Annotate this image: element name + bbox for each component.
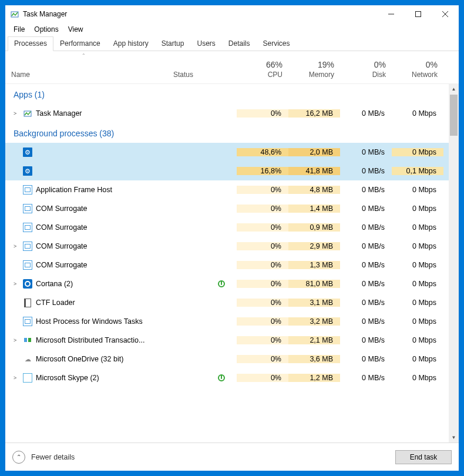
fewer-details-button[interactable]: ⌃ Fewer details xyxy=(12,451,75,464)
scroll-down-icon[interactable]: ▼ xyxy=(449,433,459,443)
net-cell: 0 Mbps xyxy=(392,336,443,344)
process-list: Apps (1)>Task Manager0%16,2 MB0 MB/s0 Mb… xyxy=(5,84,459,443)
tab-details[interactable]: Details xyxy=(222,36,257,51)
skype-icon xyxy=(23,373,32,383)
close-button[interactable] xyxy=(432,5,459,23)
gear-icon: ⚙ xyxy=(23,166,32,176)
mem-cell: 2,0 MB xyxy=(288,148,340,156)
chevron-up-icon: ⌃ xyxy=(12,451,25,464)
disk-cell: 0 MB/s xyxy=(340,167,392,175)
column-header-cpu[interactable]: 66%CPU xyxy=(237,56,288,83)
net-cell: 0 Mbps xyxy=(392,242,443,250)
disk-cell: 0 MB/s xyxy=(340,280,392,288)
process-name: COM Surrogate xyxy=(36,242,88,250)
column-header-memory[interactable]: 19%Memory xyxy=(288,56,340,83)
net-cell: 0,1 Mbps xyxy=(392,167,443,175)
net-cell: 0 Mbps xyxy=(392,186,443,194)
net-cell: 0 Mbps xyxy=(392,374,443,382)
column-header-disk[interactable]: 0%Disk xyxy=(340,56,392,83)
process-row[interactable]: >⚙48,6%2,0 MB0 MB/s0 Mbps xyxy=(5,143,459,162)
process-row[interactable]: >COM Surrogate0%2,9 MB0 MB/s0 Mbps xyxy=(5,237,459,256)
process-name: Host Process for Windows Tasks xyxy=(36,317,143,326)
process-row[interactable]: >Host Process for Windows Tasks0%3,2 MB0… xyxy=(5,312,459,331)
end-task-button[interactable]: End task xyxy=(395,450,452,464)
disk-cell: 0 MB/s xyxy=(340,205,392,213)
process-row[interactable]: >Microsoft OneDrive (32 bit)0%3,6 MB0 MB… xyxy=(5,350,459,368)
process-row[interactable]: >Task Manager0%16,2 MB0 MB/s0 Mbps xyxy=(5,104,459,123)
disk-cell: 0 MB/s xyxy=(340,242,392,250)
column-label: Network xyxy=(398,71,438,79)
process-row[interactable]: >CTF Loader0%3,1 MB0 MB/s0 Mbps xyxy=(5,293,459,312)
maximize-button[interactable] xyxy=(405,5,432,23)
fewer-details-label: Fewer details xyxy=(31,453,75,461)
column-label: Status xyxy=(173,71,231,79)
mem-cell: 1,3 MB xyxy=(288,261,340,269)
tab-performance[interactable]: Performance xyxy=(53,36,107,51)
expand-chevron-icon[interactable]: > xyxy=(14,243,19,249)
minimize-button[interactable] xyxy=(378,5,405,23)
process-row[interactable]: >Microsoft Skype (2)0%1,2 MB0 MB/s0 Mbps xyxy=(5,368,459,387)
column-header-network[interactable]: 0%Network xyxy=(392,56,443,83)
tab-startup[interactable]: Startup xyxy=(155,36,191,51)
titlebar[interactable]: Task Manager xyxy=(5,5,459,23)
menu-view[interactable]: View xyxy=(63,24,88,35)
cpu-cell: 0% xyxy=(237,280,288,288)
process-row[interactable]: >Application Frame Host0%4,8 MB0 MB/s0 M… xyxy=(5,180,459,199)
mem-cell: 16,2 MB xyxy=(288,109,340,118)
expand-chevron-icon[interactable]: > xyxy=(14,281,19,287)
net-cell: 0 Mbps xyxy=(392,109,443,118)
disk-total-pct: 0% xyxy=(346,60,386,69)
process-name: Task Manager xyxy=(36,109,82,118)
column-header-status[interactable]: Status xyxy=(167,67,237,83)
mem-cell: 0,9 MB xyxy=(288,223,340,232)
taskmgr-icon xyxy=(23,109,32,118)
tab-users[interactable]: Users xyxy=(190,36,221,51)
cpu-cell: 0% xyxy=(237,336,288,344)
app-icon xyxy=(10,9,19,19)
tab-processes[interactable]: Processes xyxy=(8,36,53,51)
scroll-up-icon[interactable]: ▲ xyxy=(449,84,459,94)
group-header[interactable]: Apps (1) xyxy=(5,84,459,104)
menu-file[interactable]: File xyxy=(9,24,29,35)
footer: ⌃ Fewer details End task xyxy=(5,443,459,471)
vertical-scrollbar[interactable]: ▲ ▼ xyxy=(449,84,459,443)
scroll-thumb[interactable] xyxy=(450,95,458,136)
disk-cell: 0 MB/s xyxy=(340,374,392,382)
process-name: Microsoft Skype (2) xyxy=(36,374,99,382)
mem-cell: 81,0 MB xyxy=(288,280,340,288)
process-row[interactable]: >Microsoft Distributed Transactio...0%2,… xyxy=(5,331,459,350)
process-row[interactable]: >COM Surrogate0%1,4 MB0 MB/s0 Mbps xyxy=(5,199,459,218)
disk-cell: 0 MB/s xyxy=(340,148,392,156)
svg-rect-6 xyxy=(24,338,27,342)
window-icon xyxy=(23,260,32,270)
group-header[interactable]: Background processes (38) xyxy=(5,123,459,143)
mem-cell: 1,2 MB xyxy=(288,374,340,382)
process-row[interactable]: >COM Surrogate0%1,3 MB0 MB/s0 Mbps xyxy=(5,256,459,274)
mem-cell: 3,2 MB xyxy=(288,317,340,326)
column-label: Memory xyxy=(294,71,334,79)
process-row[interactable]: >COM Surrogate0%0,9 MB0 MB/s0 Mbps xyxy=(5,218,459,237)
tab-app-history[interactable]: App history xyxy=(107,36,155,51)
expand-chevron-icon[interactable]: > xyxy=(14,337,19,343)
disk-cell: 0 MB/s xyxy=(340,317,392,326)
tab-services[interactable]: Services xyxy=(257,36,297,51)
status-cell xyxy=(167,280,237,287)
expand-chevron-icon[interactable]: > xyxy=(14,375,19,381)
net-cell: 0 Mbps xyxy=(392,261,443,269)
cpu-cell: 16,8% xyxy=(237,167,288,175)
process-row[interactable]: >Cortana (2)0%81,0 MB0 MB/s0 Mbps xyxy=(5,274,459,293)
column-header-name[interactable]: Name xyxy=(5,67,167,83)
column-label: CPU xyxy=(243,71,283,79)
window-icon xyxy=(23,223,32,232)
net-cell: 0 Mbps xyxy=(392,148,443,156)
mem-cell: 3,1 MB xyxy=(288,299,340,307)
mem-cell: 2,9 MB xyxy=(288,242,340,250)
process-row[interactable]: >⚙16,8%41,8 MB0 MB/s0,1 Mbps xyxy=(5,162,459,180)
ctf-loader-icon xyxy=(23,298,32,307)
menu-options[interactable]: Options xyxy=(29,24,63,35)
status-cell xyxy=(167,374,237,381)
disk-cell: 0 MB/s xyxy=(340,336,392,344)
net-cell: 0 Mbps xyxy=(392,280,443,288)
expand-chevron-icon[interactable]: > xyxy=(14,110,19,116)
process-name: COM Surrogate xyxy=(36,223,88,232)
